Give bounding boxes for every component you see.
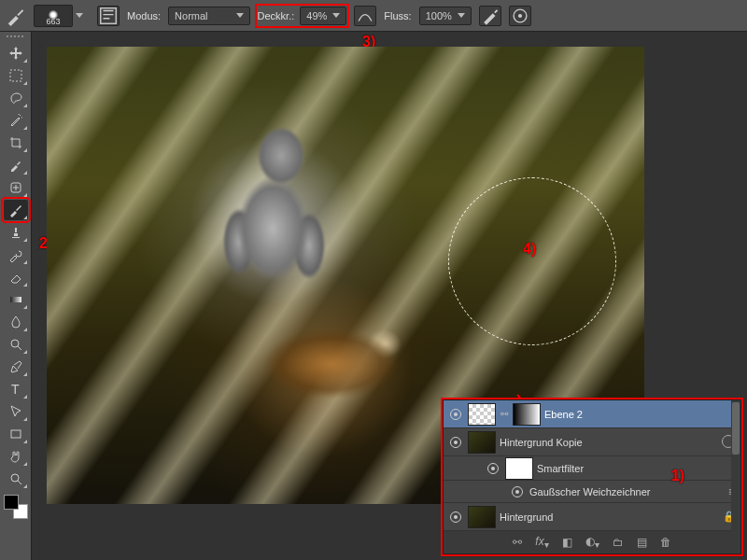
mask-thumbnail xyxy=(505,457,533,480)
dodge-tool[interactable] xyxy=(4,334,28,355)
move-tool[interactable] xyxy=(4,43,28,63)
link-layers-icon[interactable]: ⚯ xyxy=(513,536,522,549)
layer-row[interactable]: ⚯Ebene 2 xyxy=(444,400,740,428)
layer-thumbnail xyxy=(468,506,496,528)
crop-tool[interactable] xyxy=(4,133,28,153)
layer-thumbnail xyxy=(468,403,496,426)
layers-panel: ⚯Ebene 2Hintergrund KopieSmartfilterGauß… xyxy=(443,399,741,554)
lasso-tool[interactable] xyxy=(4,88,28,108)
pen-tool[interactable] xyxy=(4,357,28,377)
layer-name[interactable]: Gaußscher Weichzeichner xyxy=(529,486,737,497)
hand-tool[interactable] xyxy=(4,446,28,467)
opacity-input[interactable]: 49% xyxy=(300,7,346,25)
layer-name[interactable]: Hintergrund xyxy=(500,511,718,523)
healing-brush-tool[interactable] xyxy=(4,177,28,198)
brush-cursor-outline xyxy=(448,177,616,345)
color-swatches[interactable] xyxy=(4,495,28,519)
visibility-toggle[interactable] xyxy=(447,511,464,523)
blend-mode-dropdown[interactable]: Normal xyxy=(168,7,249,25)
svg-rect-8 xyxy=(11,430,21,438)
svg-point-6 xyxy=(11,340,19,347)
layer-row[interactable]: Hintergrund Kopie xyxy=(444,428,740,456)
layer-thumbnail xyxy=(468,431,496,454)
link-icon: ⚯ xyxy=(500,409,509,419)
gradient-tool[interactable] xyxy=(4,289,28,310)
layer-name[interactable]: Smartfilter xyxy=(537,463,737,474)
current-tool-icon xyxy=(6,6,26,26)
adjustment-layer-icon[interactable]: ◐▾ xyxy=(585,535,599,550)
tool-palette: T xyxy=(0,32,32,560)
path-selection-tool[interactable] xyxy=(4,401,28,422)
visibility-toggle[interactable] xyxy=(485,463,501,474)
mode-label: Modus: xyxy=(127,10,161,21)
layer-name[interactable]: Ebene 2 xyxy=(544,409,737,420)
layer-row[interactable]: Gaußscher Weichzeichner≡ xyxy=(444,481,740,503)
blend-mode-value: Normal xyxy=(175,10,207,21)
brush-panel-toggle[interactable] xyxy=(97,6,120,26)
svg-rect-5 xyxy=(10,297,21,302)
brush-tool[interactable] xyxy=(4,200,28,220)
flow-label: Fluss: xyxy=(384,10,411,21)
eraser-tool[interactable] xyxy=(4,267,28,287)
magic-wand-tool[interactable] xyxy=(4,110,28,131)
opacity-group: Deckkr.: 49% xyxy=(258,7,347,25)
history-brush-tool[interactable] xyxy=(4,245,28,265)
eyedropper-tool[interactable] xyxy=(4,155,28,175)
flow-input[interactable]: 100% xyxy=(419,7,472,25)
foreground-color-swatch[interactable] xyxy=(4,495,19,510)
fx-icon[interactable]: fx▾ xyxy=(535,535,548,550)
new-group-icon[interactable]: 🗀 xyxy=(613,536,624,549)
new-layer-icon[interactable]: ▤ xyxy=(637,536,647,549)
opacity-value: 49% xyxy=(306,10,327,21)
svg-text:T: T xyxy=(11,382,20,397)
figure-knight xyxy=(205,121,345,336)
svg-rect-3 xyxy=(10,70,21,81)
layer-row[interactable]: Hintergrund🔒 xyxy=(444,503,740,531)
visibility-toggle[interactable] xyxy=(447,437,464,448)
marquee-tool[interactable] xyxy=(4,65,28,86)
svg-point-9 xyxy=(11,474,19,482)
airbrush-toggle[interactable] xyxy=(479,6,501,26)
visibility-toggle[interactable] xyxy=(509,486,526,497)
visibility-toggle[interactable] xyxy=(447,409,464,420)
type-tool[interactable]: T xyxy=(4,379,28,399)
mask-thumbnail[interactable] xyxy=(513,403,541,426)
delete-layer-icon[interactable]: 🗑 xyxy=(660,536,671,549)
add-mask-icon[interactable]: ◧ xyxy=(562,536,572,549)
pressure-opacity-toggle[interactable] xyxy=(354,6,376,26)
layers-panel-footer: ⚯ fx▾ ◧ ◐▾ 🗀 ▤ 🗑 xyxy=(444,531,740,553)
blur-tool[interactable] xyxy=(4,312,28,332)
flow-value: 100% xyxy=(426,10,452,21)
brush-preset-picker[interactable]: 663 xyxy=(34,5,73,27)
clone-stamp-tool[interactable] xyxy=(4,222,28,243)
options-bar: 663 Modus: Normal Deckkr.: 49% Fluss: 10… xyxy=(0,0,747,32)
zoom-tool[interactable] xyxy=(4,469,28,489)
opacity-label: Deckkr.: xyxy=(258,10,295,21)
layer-row[interactable]: Smartfilter xyxy=(444,456,740,481)
svg-point-2 xyxy=(518,13,522,17)
layers-scrollbar[interactable] xyxy=(731,400,740,531)
palette-grip[interactable] xyxy=(0,32,31,41)
rectangle-tool[interactable] xyxy=(4,424,28,444)
layer-name[interactable]: Hintergrund Kopie xyxy=(500,437,737,448)
figure-lying xyxy=(233,308,430,420)
brush-size-value: 663 xyxy=(46,17,60,26)
pressure-size-toggle[interactable] xyxy=(509,6,531,26)
